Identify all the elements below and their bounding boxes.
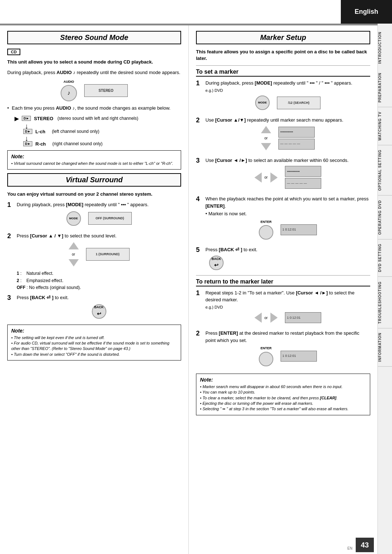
- return-marker-heading: To return to the marker later: [196, 278, 370, 286]
- return-step2: 2 Press [ENTER] at the desired marker to…: [196, 330, 370, 370]
- page-number: 43: [356, 538, 374, 552]
- marker-step2-display2: — — — — —: [278, 139, 315, 150]
- vs-effects: 1 : Natural effect. 2 : Emphasized effec…: [17, 270, 181, 291]
- audio-device-row: AUDIO ♪ STEREO: [7, 80, 181, 101]
- marker-step1-content: During playback, press [MODE] repeatedly…: [205, 80, 370, 114]
- up-down-arrows: or: [69, 242, 79, 266]
- sidebar-dvd-setting: DVD SETTING: [378, 239, 392, 277]
- marker-step3-display1: ▪▪▪▪▪▪▪▪▪▪▪: [285, 166, 321, 177]
- or-label-vs: or: [72, 251, 75, 258]
- up-arrow-m2: [261, 126, 271, 133]
- up-arrow: [69, 242, 79, 249]
- sound-modes-list: ▶ D► STEREO (stereo sound with left and …: [15, 115, 181, 147]
- page-lang: EN: [347, 546, 352, 552]
- left-arrow-r1: [254, 313, 262, 323]
- vs-bold: You can enjoy virtual surround on your 2…: [7, 191, 181, 197]
- marker-back-btn-row: BACK ↩: [209, 256, 370, 270]
- marker-step1-eg: e.g.) DVD: [205, 87, 370, 94]
- vs-step1-content: During playback, press [MODE] repeatedly…: [17, 201, 181, 229]
- stereo-note-title: Note:: [11, 154, 177, 159]
- enter-label: ENTER: [261, 220, 272, 225]
- marker-step1-devices: MODE /12 (SEARCH): [205, 95, 370, 110]
- lr-arrows-r1: or: [254, 313, 278, 323]
- marker-step1: 1 During playback, press [MODE] repeated…: [196, 80, 370, 114]
- mode-button-m1: MODE: [255, 95, 270, 110]
- back-button-vs: BACK ↩: [92, 304, 106, 319]
- return-step2-content: Press [ENTER] at the desired marker to r…: [205, 330, 370, 370]
- sidebar-optional-setting: OPTIONAL SETTING: [378, 145, 392, 196]
- marker-step3-displays: ▪▪▪▪▪▪▪▪▪▪▪ — — — — —: [285, 166, 321, 189]
- stereo-sound-mode-title: Stereo Sound Mode: [7, 31, 181, 44]
- sidebar-troubleshooting: TROUBLESHOOTING: [378, 277, 392, 329]
- stereo-intro: This unit allows you to select a sound m…: [7, 59, 181, 65]
- vs-display2: 1 (SURROUND): [86, 248, 130, 261]
- marker-step2-devices: or ▪▪▪▪▪▪▪▪▪▪▪ — — — — —: [205, 126, 370, 150]
- right-arrow-r1: [270, 313, 278, 323]
- vs-step2-devices: or 1 (SURROUND): [17, 242, 181, 266]
- audio-button: ♪: [61, 85, 77, 101]
- vs-step2-num: 2: [7, 232, 14, 240]
- marker-setup-title: Marker Setup: [196, 31, 370, 44]
- sound-mode-rch: D► R-ch (right channel sound only): [15, 141, 181, 147]
- marker-step2-displays: ▪▪▪▪▪▪▪▪▪▪▪ — — — — —: [278, 127, 315, 150]
- marker-step3-content: Use [Cursor ◄ /►] to select an available…: [205, 157, 370, 193]
- vs-step3: 3 Press [BACK ⏎ ] to exit. BACK ↩: [7, 294, 181, 321]
- stereo-note: Note: • Virtual surround cannot be chang…: [7, 150, 181, 170]
- marker-step1-display: /12 (SEARCH): [277, 97, 320, 109]
- main-content: Stereo Sound Mode CD This unit allows yo…: [0, 25, 377, 554]
- sound-mode-lch: D► L-ch (left channel sound only): [15, 129, 181, 134]
- stereo-display: STEREO: [84, 84, 128, 97]
- marker-step1-num: 1: [196, 80, 203, 87]
- set-marker-heading: To set a marker: [196, 69, 370, 77]
- vs-note-title: Note:: [11, 328, 177, 334]
- marker-step2: 2 Use [Cursor ▲/▼] repeatedly until mark…: [196, 117, 370, 154]
- vs-step1: 1 During playback, press [MODE] repeated…: [7, 201, 181, 229]
- stereo-note-text: • Virtual surround cannot be changed whe…: [11, 161, 177, 166]
- down-arrow-m2: [261, 143, 271, 150]
- section-sidebar: INTRODUCTION PREPARATION WATCHING TV OPT…: [377, 24, 392, 554]
- enter-btn-wrapper-r2: ENTER: [259, 346, 273, 366]
- lr-arrows-m3: or: [254, 172, 278, 183]
- marker-step3-devices: or ▪▪▪▪▪▪▪▪▪▪▪ — — — — —: [205, 166, 370, 189]
- return-step2-num: 2: [196, 330, 203, 338]
- right-arrow-m3: [270, 172, 278, 183]
- return-step1-eg: e.g.) DVD: [205, 304, 370, 310]
- stereo-bullet1: Each time you press AUDIO ♪, the sound m…: [7, 105, 181, 111]
- vs-step2-content: Press [Cursor ▲ / ▼] to select the sound…: [17, 232, 181, 291]
- language-badge: English: [341, 0, 392, 24]
- return-step2-devices: ENTER 1 0:12:01: [205, 346, 370, 366]
- vs-step2: 2 Press [Cursor ▲ / ▼] to select the sou…: [7, 232, 181, 291]
- marker-step2-display1: ▪▪▪▪▪▪▪▪▪▪▪: [278, 127, 315, 138]
- marker-feature-text: This feature allows you to assign a spec…: [196, 49, 370, 62]
- left-arrow-m3: [254, 172, 262, 183]
- page-footer: EN 43: [347, 538, 374, 552]
- marker-step4: 4 When the playback reaches the point at…: [196, 195, 370, 243]
- down-arrow: [69, 259, 79, 266]
- sidebar-introduction: INTRODUCTION: [378, 27, 392, 68]
- marker-step4-content: When the playback reaches the point at w…: [205, 195, 370, 243]
- sidebar-information: INFORMATION: [378, 328, 392, 367]
- marker-step3-num: 3: [196, 157, 203, 165]
- divider1: [196, 65, 370, 66]
- or-label-m2: or: [265, 135, 268, 142]
- marker-step5-content: Press [BACK ⏎ ] to exit. BACK ↩: [205, 246, 370, 272]
- sidebar-operating-dvd: OPERATING DVD: [378, 196, 392, 240]
- sound-mode-stereo: ▶ D► STEREO (stereo sound with left and …: [15, 115, 181, 122]
- enter-button-r2: [259, 352, 273, 366]
- marker-step4-num: 4: [196, 195, 203, 203]
- marker-step5-num: 5: [196, 246, 203, 254]
- vs-step1-devices: MODE OFF (SURROUND): [17, 211, 181, 226]
- marker-is-set: • Marker is now set.: [205, 210, 370, 217]
- vs-note-text: • The setting will be kept even if the u…: [11, 335, 177, 358]
- marker-step4-display: 1 0:12:01: [281, 224, 317, 235]
- vs-back-btn-row: BACK ↩: [17, 304, 181, 319]
- marker-note-title: Note:: [200, 377, 366, 383]
- back-button-m5: BACK ↩: [209, 256, 224, 270]
- enter-btn-wrapper: ENTER: [259, 220, 273, 240]
- return-step1-content: Repeat steps 1-2 in "To set a marker". U…: [205, 289, 370, 327]
- language-label: English: [355, 8, 378, 16]
- cd-badge: CD: [7, 49, 20, 55]
- or-label-r1: or: [265, 315, 268, 321]
- stereo-body1: During playback, press AUDIO ♪ repeatedl…: [7, 69, 181, 76]
- vs-step1-num: 1: [7, 201, 14, 209]
